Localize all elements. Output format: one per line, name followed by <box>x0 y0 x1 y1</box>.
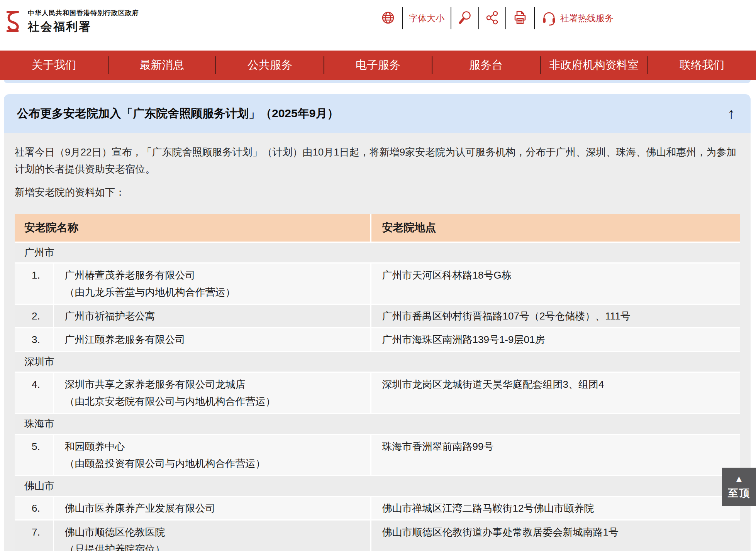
home-name: 佛山市顺德区伦教医院 <box>65 524 370 541</box>
home-name-cell: 广州江颐养老服务有限公司 <box>53 328 371 352</box>
home-address: 广州市番禺区钟村街晋福路107号（2号仓储楼）、111号 <box>371 304 740 328</box>
home-name: 和园颐养中心 <box>65 438 370 455</box>
headset-icon <box>541 10 557 27</box>
swd-logo-icon <box>5 9 23 34</box>
share-button[interactable] <box>485 10 499 27</box>
home-name-cell: 佛山市顺德区伦教医院（只提供护养院宿位） <box>53 520 371 551</box>
toolbar-divider <box>505 7 506 29</box>
home-note: （只提供护养院宿位） <box>65 541 370 551</box>
search-icon <box>458 10 472 27</box>
home-address: 佛山市顺德区伦教街道办事处常教居委会新城南路1号 <box>371 520 740 551</box>
toolbar-divider <box>534 7 535 29</box>
home-name-cell: 深圳市共享之家养老服务有限公司龙城店（由北京安老院有限公司与内地机构合作营运） <box>53 372 371 414</box>
nav-item[interactable]: 电子服务 <box>324 51 432 80</box>
article-body: 社署今日（9月22日）宣布，「广东院舍照顾服务计划」（计划）由10月1日起，将新… <box>4 133 751 551</box>
swd-logo[interactable]: 中华人民共和国香港特别行政区政府 社会福利署 <box>5 8 139 35</box>
table-body: 广州市1.广州椿萱茂养老服务有限公司（由九龙乐善堂与内地机构合作营运）广州市天河… <box>15 242 740 551</box>
city-group-label: 广州市 <box>15 242 740 263</box>
gov-title: 中华人民共和国香港特别行政区政府 <box>28 8 139 17</box>
hotline-label: 社署热线服务 <box>560 12 614 24</box>
table-row: 6.佛山市医养康养产业发展有限公司佛山市禅城区江湾二路马鞍街12号佛山市颐养院 <box>15 497 740 520</box>
care-homes-table: 安老院名称 安老院地点 广州市1.广州椿萱茂养老服务有限公司（由九龙乐善堂与内地… <box>15 214 740 551</box>
table-row: 7.佛山市顺德区伦教医院（只提供护养院宿位）佛山市顺德区伦教街道办事处常教居委会… <box>15 520 740 551</box>
printer-icon <box>512 10 528 27</box>
toolbar-divider <box>402 7 403 29</box>
globe-icon <box>380 10 396 27</box>
table-row: 5.和园颐养中心（由颐盈投资有限公司与内地机构合作营运）珠海市香洲翠前南路99号 <box>15 434 740 476</box>
table-row: 3.广州江颐养老服务有限公司广州市海珠区南洲路139号1-9层01房 <box>15 328 740 352</box>
home-name-cell: 佛山市医养康养产业发展有限公司 <box>53 497 371 520</box>
article-header: 公布更多安老院加入「广东院舍照顾服务计划」（2025年9月） ↑ <box>4 94 751 133</box>
city-group-row: 深圳市 <box>15 352 740 372</box>
language-button[interactable] <box>380 10 396 27</box>
home-name-cell: 广州椿萱茂养老服务有限公司（由九龙乐善堂与内地机构合作营运） <box>53 263 371 304</box>
table-row: 2.广州市祈福护老公寓广州市番禺区钟村街晋福路107号（2号仓储楼）、111号 <box>15 304 740 328</box>
home-name: 广州椿萱茂养老服务有限公司 <box>65 267 370 284</box>
table-row: 1.广州椿萱茂养老服务有限公司（由九龙乐善堂与内地机构合作营运）广州市天河区科林… <box>15 263 740 304</box>
font-size-button[interactable]: 字体大小 <box>409 12 444 24</box>
site-header: 中华人民共和国香港特别行政区政府 社会福利署 字体大小 <box>0 0 756 51</box>
home-name: 深圳市共享之家养老服务有限公司龙城店 <box>65 376 370 393</box>
page-title: 公布更多安老院加入「广东院舍照顾服务计划」（2025年9月） <box>17 106 339 122</box>
scroll-top-arrow-icon[interactable]: ↑ <box>727 106 735 121</box>
table-intro-paragraph: 新增安老院的资料如下： <box>15 184 740 201</box>
home-note: （由颐盈投资有限公司与内地机构合作营运） <box>65 455 370 472</box>
home-address: 佛山市禅城区江湾二路马鞍街12号佛山市颐养院 <box>371 497 740 520</box>
toolbar-divider <box>451 7 451 29</box>
back-to-top-label: 至顶 <box>728 486 750 500</box>
main-nav: 关于我们最新消息公共服务电子服务服务台非政府机构资料室联络我们 <box>0 51 756 80</box>
table-row: 4.深圳市共享之家养老服务有限公司龙城店（由北京安老院有限公司与内地机构合作营运… <box>15 372 740 414</box>
row-number: 6. <box>15 497 53 520</box>
announcement-paragraph: 社署今日（9月22日）宣布，「广东院舍照顾服务计划」（计划）由10月1日起，将新… <box>15 144 740 177</box>
home-address: 广州市天河区科林路18号G栋 <box>371 263 740 304</box>
city-group-row: 佛山市 <box>15 476 740 497</box>
city-group-label: 深圳市 <box>15 352 740 372</box>
search-button[interactable] <box>458 10 472 27</box>
row-number: 5. <box>15 434 53 476</box>
table-header-row: 安老院名称 安老院地点 <box>15 214 740 242</box>
up-triangle-icon: ▲ <box>734 474 744 483</box>
city-group-row: 珠海市 <box>15 414 740 434</box>
nav-item[interactable]: 非政府机构资料室 <box>540 51 648 80</box>
print-button[interactable] <box>512 10 528 27</box>
home-name: 广州市祈福护老公寓 <box>65 308 370 325</box>
home-address: 珠海市香洲翠前南路99号 <box>371 434 740 476</box>
home-name-cell: 和园颐养中心（由颐盈投资有限公司与内地机构合作营运） <box>53 434 371 476</box>
city-group-row: 广州市 <box>15 242 740 263</box>
nav-item[interactable]: 最新消息 <box>108 51 216 80</box>
share-icon <box>485 10 499 27</box>
header-toolbar: 字体大小 <box>380 5 614 31</box>
home-note: （由九龙乐善堂与内地机构合作营运） <box>65 284 370 301</box>
nav-item[interactable]: 服务台 <box>432 51 540 80</box>
row-number: 1. <box>15 263 53 304</box>
column-header-location: 安老院地点 <box>371 214 740 242</box>
row-number: 7. <box>15 520 53 551</box>
city-group-label: 珠海市 <box>15 414 740 434</box>
nav-item[interactable]: 联络我们 <box>648 51 756 80</box>
home-address: 广州市海珠区南洲路139号1-9层01房 <box>371 328 740 352</box>
home-address: 深圳市龙岗区龙城街道天昊华庭配套组团3、组团4 <box>371 372 740 414</box>
home-name: 佛山市医养康养产业发展有限公司 <box>65 500 370 517</box>
nav-item[interactable]: 公共服务 <box>216 51 324 80</box>
home-note: （由北京安老院有限公司与内地机构合作营运） <box>65 393 370 410</box>
previous-card-remnant <box>4 80 751 83</box>
dept-name: 社会福利署 <box>28 19 139 35</box>
row-number: 4. <box>15 372 53 414</box>
hotline-button[interactable]: 社署热线服务 <box>541 10 614 27</box>
home-name-cell: 广州市祈福护老公寓 <box>53 304 371 328</box>
column-header-name: 安老院名称 <box>15 214 371 242</box>
font-size-label: 字体大小 <box>409 12 444 24</box>
article-card: 公布更多安老院加入「广东院舍照顾服务计划」（2025年9月） ↑ 社署今日（9月… <box>4 94 751 551</box>
back-to-top-button[interactable]: ▲ 至顶 <box>722 468 756 506</box>
nav-item[interactable]: 关于我们 <box>0 51 108 80</box>
row-number: 3. <box>15 328 53 352</box>
toolbar-divider <box>478 7 479 29</box>
city-group-label: 佛山市 <box>15 476 740 497</box>
home-name: 广州江颐养老服务有限公司 <box>65 331 370 348</box>
row-number: 2. <box>15 304 53 328</box>
